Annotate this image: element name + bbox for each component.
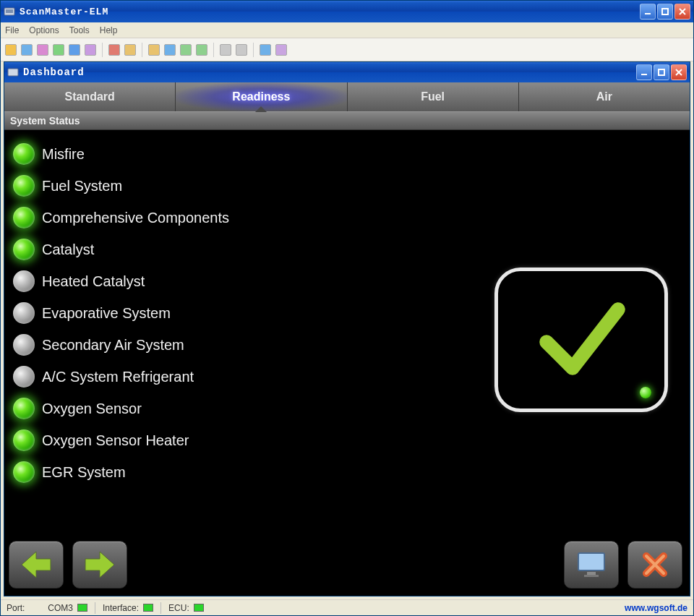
svg-rect-13 <box>578 553 604 570</box>
svg-marker-12 <box>85 552 114 578</box>
interface-led-icon <box>143 604 153 612</box>
status-row: Comprehensive Components <box>13 207 229 228</box>
dashboard-icon <box>7 67 19 78</box>
app-icon <box>4 6 15 17</box>
section-header: System Status <box>4 111 690 130</box>
status-row: Misfire <box>13 143 229 165</box>
toolbar-icon[interactable] <box>85 44 96 56</box>
outer-window-title: ScanMaster-ELM <box>20 7 640 17</box>
tab-readiness[interactable]: Readiness <box>176 82 347 111</box>
status-link[interactable]: www.wgsoft.de <box>625 603 687 613</box>
status-led-icon <box>13 175 35 197</box>
toolbar-icon[interactable] <box>220 44 231 56</box>
status-led-icon <box>13 334 35 356</box>
status-row: Secondary Air System <box>13 334 229 356</box>
menu-tools[interactable]: Tools <box>69 25 90 35</box>
tabs: StandardReadinessFuelAir <box>4 82 690 111</box>
status-row: Evaporative System <box>13 302 229 324</box>
toolbar-icon[interactable] <box>148 44 160 56</box>
inner-titlebar[interactable]: Dashboard <box>4 62 690 82</box>
toolbar-icon[interactable] <box>180 44 192 56</box>
toolbar-icon[interactable] <box>69 44 80 56</box>
status-led-icon <box>13 366 35 388</box>
inner-minimize-button[interactable] <box>636 64 652 80</box>
monitor-icon <box>575 550 607 579</box>
status-row: EGR System <box>13 461 229 483</box>
readiness-dot-icon <box>640 387 651 398</box>
status-label: A/C System Refrigerant <box>42 369 194 385</box>
status-row: Catalyst <box>13 239 229 260</box>
outer-titlebar[interactable]: ScanMaster-ELM <box>1 1 693 22</box>
outer-close-button[interactable] <box>674 4 690 20</box>
svg-rect-8 <box>659 69 664 75</box>
status-label: Comprehensive Components <box>42 210 229 226</box>
status-list: MisfireFuel SystemComprehensive Componen… <box>4 130 236 596</box>
status-label: Heated Catalyst <box>42 273 145 290</box>
tab-fuel[interactable]: Fuel <box>348 82 519 111</box>
status-interface-label: Interface: <box>103 603 139 613</box>
toolbar-icon[interactable] <box>164 44 176 56</box>
port-led-icon <box>77 604 87 612</box>
menu-file[interactable]: File <box>5 25 19 35</box>
status-label: Oxygen Sensor <box>42 401 142 417</box>
status-led-icon <box>13 239 35 260</box>
outer-window: ScanMaster-ELM File Options Tools Help <box>0 0 694 616</box>
arrow-left-icon <box>19 550 53 579</box>
svg-rect-1 <box>6 9 13 13</box>
status-led-icon <box>13 143 35 165</box>
status-row: Oxygen Sensor <box>13 398 229 419</box>
status-label: Evaporative System <box>42 305 171 322</box>
menu-help[interactable]: Help <box>100 25 118 35</box>
readiness-check-panel <box>494 268 668 412</box>
next-button[interactable] <box>72 541 127 589</box>
status-label: EGR System <box>42 464 126 481</box>
inner-close-button[interactable] <box>671 64 687 80</box>
toolbar-icon[interactable] <box>260 44 271 56</box>
toolbar-icon[interactable] <box>37 44 48 56</box>
arrow-right-icon <box>82 550 117 579</box>
svg-marker-11 <box>22 552 51 578</box>
screen-button[interactable] <box>564 541 619 589</box>
inner-window: Dashboard StandardReadinessFuelAir Syste… <box>4 61 690 596</box>
status-label: Catalyst <box>42 241 94 258</box>
prev-button[interactable] <box>9 541 64 589</box>
status-label: Secondary Air System <box>42 337 184 354</box>
menu-options[interactable]: Options <box>29 25 59 35</box>
tab-air[interactable]: Air <box>519 82 690 111</box>
svg-rect-3 <box>662 9 668 14</box>
status-row: Oxygen Sensor Heater <box>13 429 229 451</box>
status-port-value: COM3 <box>48 603 73 613</box>
status-ecu-label: ECU: <box>168 603 189 613</box>
statusbar: Port: COM3 Interface: ECU: www.wgsoft.de <box>1 599 693 615</box>
checkmark-icon <box>527 286 635 394</box>
svg-rect-2 <box>645 13 651 14</box>
content-area: MisfireFuel SystemComprehensive Componen… <box>4 130 690 596</box>
svg-rect-15 <box>584 575 599 577</box>
toolbar-icon[interactable] <box>5 44 17 56</box>
svg-rect-6 <box>8 69 18 76</box>
status-row: Fuel System <box>13 175 229 197</box>
status-led-icon <box>13 270 35 292</box>
status-led-icon <box>13 429 35 451</box>
status-led-icon <box>13 302 35 324</box>
outer-maximize-button[interactable] <box>657 4 673 20</box>
toolbar-icon[interactable] <box>275 44 287 56</box>
status-led-icon <box>13 461 35 483</box>
toolbar-icon[interactable] <box>236 44 247 56</box>
svg-rect-14 <box>587 572 596 575</box>
toolbar-icon[interactable] <box>21 44 33 56</box>
toolbar-icon[interactable] <box>53 44 64 56</box>
outer-minimize-button[interactable] <box>640 4 656 20</box>
inner-window-title: Dashboard <box>23 67 636 78</box>
status-row: A/C System Refrigerant <box>13 366 229 388</box>
toolbar-icon[interactable] <box>124 44 136 56</box>
toolbar-icon[interactable] <box>196 44 207 56</box>
toolbar-icon[interactable] <box>108 44 120 56</box>
inner-area: Dashboard StandardReadinessFuelAir Syste… <box>1 61 693 599</box>
toolbar <box>1 38 693 61</box>
status-row: Heated Catalyst <box>13 270 229 292</box>
inner-maximize-button[interactable] <box>654 64 669 80</box>
status-led-icon <box>13 207 35 228</box>
tab-standard[interactable]: Standard <box>4 82 176 111</box>
cancel-button[interactable] <box>627 541 682 589</box>
